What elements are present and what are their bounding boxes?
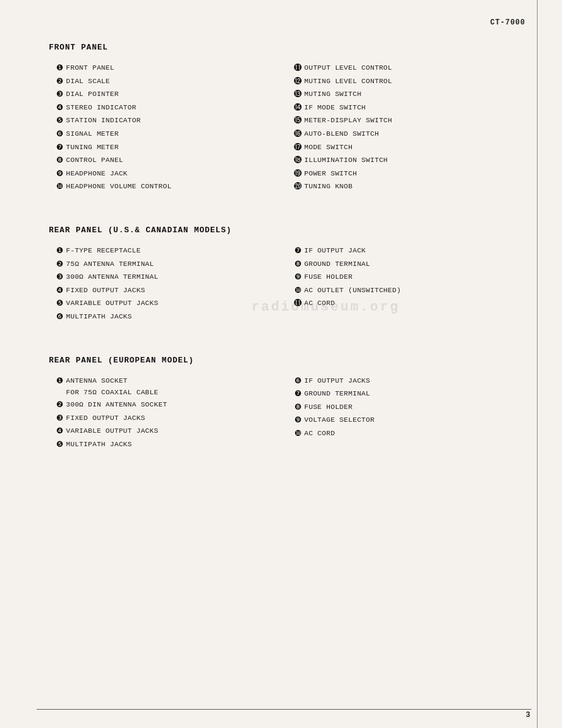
item-number: ❽ xyxy=(287,259,302,270)
item-number: ❷ xyxy=(49,400,64,410)
section-columns-rear-panel-us: ❶F-TYPE RECEPTACLE❷75Ω ANTENNA TERMINAL❸… xyxy=(49,246,525,325)
list-item: ⓱MODE SWITCH xyxy=(287,142,525,153)
list-item: ❻IF OUTPUT JACKS xyxy=(287,376,525,386)
list-item: ❷75Ω ANTENNA TERMINAL xyxy=(49,259,287,270)
item-label: AC OUTLET (UNSWITCHED) xyxy=(304,285,401,295)
item-label: DIAL SCALE xyxy=(66,76,110,86)
section-title-rear-panel-us: REAR PANEL (U.S.& CANADIAN MODELS) xyxy=(49,226,525,235)
list-item: ❻MULTIPATH JACKS xyxy=(49,312,287,322)
list-item: ❻SIGNAL METER xyxy=(49,129,287,139)
item-number: ❾ xyxy=(287,415,302,425)
item-subtext: FOR 75Ω COAXIAL CABLE xyxy=(66,388,287,397)
item-label: AC CORD xyxy=(304,428,335,438)
column-rear-panel-us-0: ❶F-TYPE RECEPTACLE❷75Ω ANTENNA TERMINAL❸… xyxy=(49,246,287,325)
list-item: ❿HEADPHONE VOLUME CONTROL xyxy=(49,182,287,192)
item-number: ❶ xyxy=(49,376,64,386)
item-label: MODE SWITCH xyxy=(304,142,352,152)
item-number: ❷ xyxy=(49,76,64,87)
item-label: HEADPHONE VOLUME CONTROL xyxy=(66,182,172,191)
item-number: ⓱ xyxy=(287,142,302,153)
item-number: ❹ xyxy=(49,103,64,113)
item-label: VOLTAGE SELECTOR xyxy=(304,415,374,425)
list-item: ⓬MUTING LEVEL CONTROL xyxy=(287,76,525,87)
item-label: FUSE HOLDER xyxy=(304,402,352,412)
item-number: ❺ xyxy=(49,116,64,126)
list-item: ❹FIXED OUTPUT JACKS xyxy=(49,285,287,296)
item-number: ❼ xyxy=(49,142,64,153)
item-number: ❾ xyxy=(287,272,302,282)
item-label: MULTIPATH JACKS xyxy=(66,439,132,449)
list-item: ❸300Ω ANTENNA TERMINAL xyxy=(49,272,287,282)
page-number: 3 xyxy=(526,711,530,719)
item-label: TUNING KNOB xyxy=(304,182,352,191)
item-label: DIAL POINTER xyxy=(66,89,119,99)
item-label: OUTPUT LEVEL CONTROL xyxy=(304,63,392,73)
item-label: MULTIPATH JACKS xyxy=(66,312,132,322)
item-label: STATION INDICATOR xyxy=(66,116,140,125)
item-number: ❹ xyxy=(49,426,64,436)
list-item: ❺VARIABLE OUTPUT JACKS xyxy=(49,298,287,309)
item-number: ❶ xyxy=(49,246,64,256)
item-number: ❸ xyxy=(49,413,64,424)
item-label: VARIABLE OUTPUT JACKS xyxy=(66,426,158,436)
column-front-panel-1: ⓫OUTPUT LEVEL CONTROL⓬MUTING LEVEL CONTR… xyxy=(287,63,525,195)
item-label: MUTING SWITCH xyxy=(304,89,362,99)
item-label: FIXED OUTPUT JACKS xyxy=(66,413,145,423)
right-border xyxy=(537,0,538,728)
item-number: ❾ xyxy=(49,169,64,179)
item-label: 75Ω ANTENNA TERMINAL xyxy=(66,259,154,269)
item-number: ❸ xyxy=(49,272,64,282)
item-number: ❽ xyxy=(49,155,64,166)
item-label: CONTROL PANEL xyxy=(66,155,123,165)
item-number: ⓲ xyxy=(287,155,302,166)
section-title-front-panel: FRONT PANEL xyxy=(49,43,525,52)
list-item: ❶ANTENNA SOCKET xyxy=(49,376,287,386)
item-number: ❿ xyxy=(287,285,302,296)
item-number: ❺ xyxy=(49,298,64,309)
item-label: VARIABLE OUTPUT JACKS xyxy=(66,298,158,308)
list-item: ❿AC OUTLET (UNSWITCHED) xyxy=(287,285,525,296)
item-number: ⓮ xyxy=(287,103,302,113)
item-label: ILLUMINATION SWITCH xyxy=(304,155,388,165)
list-item: ❾HEADPHONE JACK xyxy=(49,169,287,179)
item-number: ⓭ xyxy=(287,89,302,100)
column-rear-panel-eu-1: ❻IF OUTPUT JACKS❼GROUND TERMINAL❽FUSE HO… xyxy=(287,376,525,453)
list-item: ❺MULTIPATH JACKS xyxy=(49,439,287,450)
list-item: ❹STEREO INDICATOR xyxy=(49,103,287,113)
page: CT-7000 FRONT PANEL❶FRONT PANEL❷DIAL SCA… xyxy=(0,0,562,728)
column-rear-panel-eu-0: ❶ANTENNA SOCKETFOR 75Ω COAXIAL CABLE❷300… xyxy=(49,376,287,453)
item-number: ❿ xyxy=(287,428,302,439)
list-item: ⓮IF MODE SWITCH xyxy=(287,103,525,113)
item-number: ❼ xyxy=(287,246,302,256)
list-item: ❶F-TYPE RECEPTACLE xyxy=(49,246,287,256)
list-item: ❼IF OUTPUT JACK xyxy=(287,246,525,256)
item-label: METER-DISPLAY SWITCH xyxy=(304,116,392,125)
item-number: ❻ xyxy=(49,312,64,322)
list-item: ⓫AC CORD xyxy=(287,298,525,309)
section-front-panel: FRONT PANEL❶FRONT PANEL❷DIAL SCALE❸DIAL … xyxy=(49,43,525,195)
item-number: ⓫ xyxy=(287,63,302,73)
section-title-rear-panel-eu: REAR PANEL (EUROPEAN MODEL) xyxy=(49,356,525,365)
item-label: SIGNAL METER xyxy=(66,129,119,139)
list-item: ⓯METER-DISPLAY SWITCH xyxy=(287,116,525,126)
item-number: ❸ xyxy=(49,89,64,100)
item-label: STEREO INDICATOR xyxy=(66,103,136,112)
item-label: AC CORD xyxy=(304,298,335,308)
item-number: ⓯ xyxy=(287,116,302,126)
item-label: F-TYPE RECEPTACLE xyxy=(66,246,140,256)
item-number: ❶ xyxy=(49,63,64,73)
item-number: ⓬ xyxy=(287,76,302,87)
list-item: ⓰AUTO-BLEND SWITCH xyxy=(287,129,525,139)
list-item: ❽CONTROL PANEL xyxy=(49,155,287,166)
item-number: ⓰ xyxy=(287,129,302,139)
item-number: ⓫ xyxy=(287,298,302,309)
item-label: FIXED OUTPUT JACKS xyxy=(66,285,145,295)
list-item: ⓳POWER SWITCH xyxy=(287,169,525,179)
item-number: ❼ xyxy=(287,389,302,399)
item-label: 300Ω ANTENNA TERMINAL xyxy=(66,272,158,282)
item-label: IF OUTPUT JACK xyxy=(304,246,366,256)
item-label: ANTENNA SOCKET xyxy=(66,376,128,386)
list-item: ❼TUNING METER xyxy=(49,142,287,153)
item-label: AUTO-BLEND SWITCH xyxy=(304,129,379,139)
item-label: POWER SWITCH xyxy=(304,169,357,178)
